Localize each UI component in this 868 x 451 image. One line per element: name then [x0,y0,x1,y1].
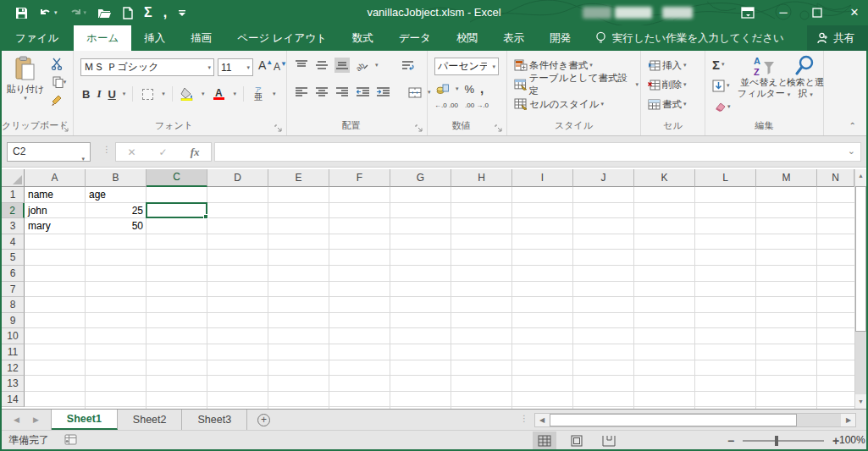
formula-input[interactable]: ⌄ [214,142,861,162]
copy-icon[interactable]: ▾ [49,74,69,90]
tell-me-box[interactable]: 実行したい作業を入力してください [583,25,784,51]
sheet-tab-Sheet3[interactable]: Sheet3 [182,410,247,430]
align-center-icon[interactable] [314,85,329,100]
horizontal-scrollbar[interactable]: ◀ ▶ [534,413,856,427]
column-header-M[interactable]: M [756,169,817,187]
grid-cell[interactable]: john [25,203,86,218]
tab-データ[interactable]: データ [386,25,444,51]
insert-cells-button-dropdown-icon[interactable]: ▾ [683,62,687,69]
fill-color-dropdown-icon[interactable]: ▾ [202,91,205,97]
decrease-indent-icon[interactable] [355,85,370,100]
accounting-dropdown-icon[interactable]: ▾ [456,85,459,92]
row-header-5[interactable]: 5 [2,250,25,266]
orientation-dropdown-icon[interactable]: ▾ [375,62,379,69]
font-dialog-launcher-icon[interactable] [274,123,283,131]
share-button[interactable]: 共有 [807,25,868,51]
column-header-D[interactable]: D [207,169,268,187]
tab-ホーム[interactable]: ホーム [74,25,131,51]
row-header-4[interactable]: 4 [2,234,25,250]
percent-style-icon[interactable]: % [465,83,475,96]
format-painter-icon[interactable] [49,93,64,108]
ribbon-display-options-icon[interactable] [741,7,755,19]
align-middle-icon[interactable] [314,58,329,73]
format-cells-button[interactable]: 書式▾ [646,96,688,113]
alignment-dialog-launcher-icon[interactable] [415,123,423,131]
prev-sheet-icon[interactable]: ◀ [14,415,19,424]
underline-dropdown-icon[interactable]: ▾ [123,91,126,97]
align-bottom-icon[interactable] [334,58,350,73]
find-select-button[interactable]: 検索と選択 ▾ [787,55,824,100]
row-header-14[interactable]: 14 [2,392,25,408]
vertical-scroll-thumb[interactable] [855,186,866,332]
number-dialog-launcher-icon[interactable] [495,123,503,131]
page-break-preview-icon[interactable] [597,432,621,449]
accounting-format-icon[interactable] [434,81,450,96]
grid-cell[interactable]: name [25,187,86,202]
select-all-corner[interactable] [2,169,25,187]
row-header-8[interactable]: 8 [2,297,25,313]
fill-button[interactable]: ▾ [710,77,733,94]
paste-button[interactable]: 貼り付け ▾ [3,56,47,102]
paste-dropdown-icon[interactable]: ▾ [24,95,27,102]
enter-icon[interactable]: ✓ [159,146,168,158]
insert-cells-button[interactable]: 挿入▾ [646,57,688,74]
increase-decimal-icon[interactable]: ←.0 .00 [434,102,458,109]
name-box-dropdown-icon[interactable]: ▾ [81,150,85,168]
decrease-font-size-icon[interactable]: A▼ [274,60,287,73]
grid-cell[interactable]: age [86,187,147,202]
cell-grid[interactable] [25,187,854,409]
column-header-H[interactable]: H [451,169,512,187]
increase-indent-icon[interactable] [375,85,390,100]
row-header-2[interactable]: 2 [2,203,25,219]
delete-cells-button[interactable]: 削除▾ [646,76,688,93]
cell-styles-button-dropdown-icon[interactable]: ▾ [600,101,604,107]
column-header-A[interactable]: A [25,169,86,187]
zoom-level[interactable]: 100% [839,431,861,450]
zoom-slider-handle[interactable] [775,436,778,446]
cancel-icon[interactable]: ✕ [128,146,136,158]
tab-描画[interactable]: 描画 [178,25,224,51]
tab-ファイル[interactable]: ファイル [0,25,74,51]
column-header-F[interactable]: F [329,169,390,187]
column-header-I[interactable]: I [512,169,573,187]
fill-handle[interactable] [203,214,208,219]
row-header-7[interactable]: 7 [2,282,25,298]
borders-icon[interactable] [140,86,155,102]
zoom-out-icon[interactable]: − [726,434,736,448]
tab-数式[interactable]: 数式 [340,25,386,51]
cell-styles-button[interactable]: セルのスタイル▾ [512,96,640,113]
format-as-table-button[interactable]: テーブルとして書式設定▾ [512,76,640,93]
column-header-E[interactable]: E [268,169,329,187]
italic-button[interactable]: I [97,87,101,101]
tab-校閲[interactable]: 校閲 [444,25,490,51]
sort-filter-button[interactable]: A Z 並べ替えとフィルター ▾ [738,55,790,100]
merge-center-icon[interactable] [407,85,423,100]
phonetic-guide-icon[interactable]: ア 亜 [251,86,266,102]
increase-font-size-icon[interactable]: A▲ [258,58,273,72]
column-header-G[interactable]: G [390,169,451,187]
fill-color-icon[interactable] [180,86,195,102]
cut-icon[interactable] [49,56,64,71]
page-layout-view-icon[interactable] [565,432,589,449]
clear-button[interactable]: ▾ [710,98,733,115]
format-as-table-button-dropdown-icon[interactable]: ▾ [635,81,639,88]
row-header-10[interactable]: 10 [2,328,25,344]
column-header-C[interactable]: C [147,169,207,187]
row-header-11[interactable]: 11 [2,344,25,360]
align-left-icon[interactable] [294,85,309,100]
bold-button[interactable]: B [82,88,90,101]
grid-cell[interactable]: 50 [86,218,147,234]
close-button[interactable]: ✕ [848,0,861,25]
scroll-up-icon[interactable]: ▲ [855,169,866,183]
font-name-combo[interactable]: ＭＳ Ｐゴシック▾ [80,58,214,76]
tab-表示[interactable]: 表示 [490,25,537,51]
maximize-button[interactable] [812,8,826,18]
tab-ページ レイアウト[interactable]: ページ レイアウト [224,25,340,51]
font-color-dropdown-icon[interactable]: ▾ [233,91,236,97]
new-sheet-button[interactable]: + [247,410,280,430]
scroll-down-icon[interactable]: ▼ [855,395,866,409]
tabbar-grip[interactable]: ⋮ [520,414,528,423]
phonetic-dropdown-icon[interactable]: ▾ [273,91,276,97]
formula-bar-grip[interactable]: ⋮ [102,145,110,154]
comma-style-icon[interactable]: , [480,85,484,92]
